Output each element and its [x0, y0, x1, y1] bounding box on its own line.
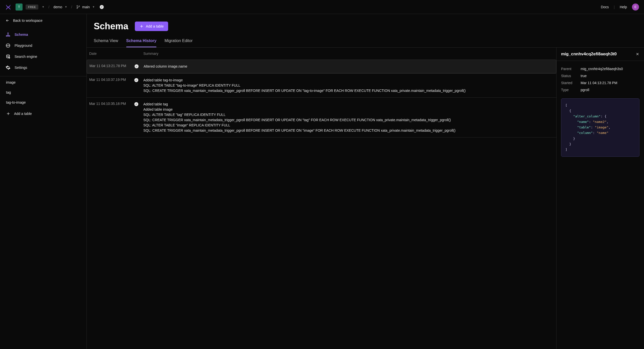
history-date: Mar 11 04:10:35.18 PM	[89, 102, 134, 106]
breadcrumb-sep: /	[70, 5, 73, 9]
database-name: demo	[53, 5, 62, 9]
detail-pane: mig_cnnhv4cq2efi8aeqh3t0 Parentmig_cnnht…	[556, 48, 644, 349]
history-row[interactable]: Mar 11 04:13:21.78 PM ✓ Altered column i…	[87, 60, 556, 73]
svg-point-0	[77, 5, 77, 6]
svg-point-2	[79, 6, 79, 7]
back-label: Back to workspace	[13, 19, 43, 23]
help-link[interactable]: Help	[620, 5, 627, 9]
back-to-workspace[interactable]: Back to workspace	[0, 14, 86, 27]
chevron-down-icon[interactable]: ▼	[42, 6, 44, 8]
history-row[interactable]: Mar 11 04:10:37.19 PM ✓ Added table tag-…	[87, 73, 556, 97]
svg-point-8	[7, 55, 10, 56]
history-date: Mar 11 04:13:21.78 PM	[89, 64, 135, 68]
nav-item-schema[interactable]: Schema	[0, 29, 86, 40]
search-icon	[6, 54, 11, 59]
check-icon: ✓	[135, 64, 144, 68]
svg-point-5	[8, 36, 8, 36]
prop-label: Started	[561, 81, 581, 85]
prop-value: true	[581, 74, 639, 78]
plus-icon	[139, 24, 144, 29]
breadcrumb-branch[interactable]: main ▼	[76, 5, 95, 9]
workspace-badge[interactable]: T	[16, 4, 23, 11]
breadcrumb-database[interactable]: demo ▼	[53, 5, 67, 9]
breadcrumb-sep: /	[47, 5, 50, 9]
svg-point-6	[9, 36, 10, 36]
detail-prop: Parentmig_cnnhtr4q2efi8aeqh3s0	[561, 65, 639, 72]
col-header-date: Date	[89, 52, 143, 56]
history-summary: Altered column image.name	[144, 64, 554, 69]
prop-value: mig_cnnhtr4q2efi8aeqh3s0	[581, 67, 639, 71]
playground-icon	[6, 43, 11, 48]
close-icon[interactable]	[635, 52, 639, 56]
detail-prop: Statustrue	[561, 72, 639, 79]
nav-item-playground[interactable]: Playground	[0, 40, 86, 51]
nav-item-settings[interactable]: Settings	[0, 62, 86, 73]
nav-item-search[interactable]: Search engine	[0, 51, 86, 62]
prop-label: Status	[561, 74, 581, 78]
detail-prop: StartedMar 11 04:13:21.78 PM	[561, 79, 639, 86]
svg-point-4	[6, 36, 7, 36]
add-table-label: Add a table	[14, 112, 32, 116]
prop-label: Parent	[561, 67, 581, 71]
tab-migration[interactable]: Migration Editor	[164, 39, 192, 47]
status-check-icon: ✓	[100, 5, 104, 9]
tabs: Schema ViewSchema HistoryMigration Edito…	[94, 39, 637, 47]
branch-icon	[76, 5, 80, 9]
nav-label: Playground	[15, 44, 32, 48]
settings-icon	[6, 65, 11, 70]
svg-point-1	[77, 8, 77, 9]
add-table-button-label: Add a table	[146, 24, 164, 28]
table-item[interactable]: tag	[0, 87, 86, 97]
check-icon: ✓	[134, 102, 143, 106]
detail-prop: Typepgroll	[561, 86, 639, 93]
svg-point-3	[8, 33, 8, 34]
nav-label: Settings	[15, 66, 27, 70]
history-summary: Added table tag-to-image SQL: ALTER TABL…	[143, 78, 554, 93]
table-item[interactable]: tag-to-image	[0, 97, 86, 107]
history-row[interactable]: Mar 11 04:10:35.18 PM ✓ Added table tag …	[87, 97, 556, 137]
branch-name: main	[82, 5, 90, 9]
add-table-button[interactable]: Add a table	[135, 22, 168, 31]
divider	[0, 76, 86, 76]
add-table-sidebar[interactable]: Add a table	[0, 107, 86, 120]
docs-link[interactable]: Docs	[601, 5, 609, 9]
prop-value: Mar 11 04:13:21.78 PM	[581, 81, 639, 85]
avatar[interactable]: E	[632, 4, 639, 11]
tab-view[interactable]: Schema View	[94, 39, 118, 47]
sidebar: Back to workspace SchemaPlaygroundSearch…	[0, 14, 87, 349]
table-item[interactable]: image	[0, 77, 86, 87]
check-icon: ✓	[134, 78, 143, 82]
tab-history[interactable]: Schema History	[126, 39, 157, 47]
arrow-left-icon	[6, 19, 10, 23]
plan-badge: FREE	[26, 5, 38, 10]
history-summary: Added table tag Added table image SQL: A…	[143, 102, 554, 133]
history-date: Mar 11 04:10:37.19 PM	[89, 78, 134, 82]
plus-icon	[6, 111, 11, 116]
chevron-down-icon: ▼	[65, 6, 67, 8]
main: Schema Add a table Schema ViewSchema His…	[87, 14, 644, 349]
topbar-sep: |	[614, 5, 615, 9]
prop-value: pgroll	[581, 88, 639, 92]
prop-label: Type	[561, 88, 581, 92]
schema-icon	[6, 32, 11, 37]
col-header-summary: Summary	[143, 52, 554, 56]
history-pane: Date Summary Mar 11 04:13:21.78 PM ✓ Alt…	[87, 48, 556, 349]
logo-icon[interactable]	[5, 4, 12, 10]
chevron-down-icon: ▼	[92, 6, 95, 8]
page-title: Schema	[94, 21, 128, 32]
migration-json: [ { "alter_column": { "name": "name2", "…	[561, 98, 639, 157]
detail-title: mig_cnnhv4cq2efi8aeqh3t0	[561, 52, 617, 57]
nav-label: Schema	[15, 33, 28, 37]
topbar: T FREE ▼ / demo ▼ / main ▼ ✓ Docs | Help…	[0, 0, 644, 14]
nav-label: Search engine	[15, 55, 37, 59]
